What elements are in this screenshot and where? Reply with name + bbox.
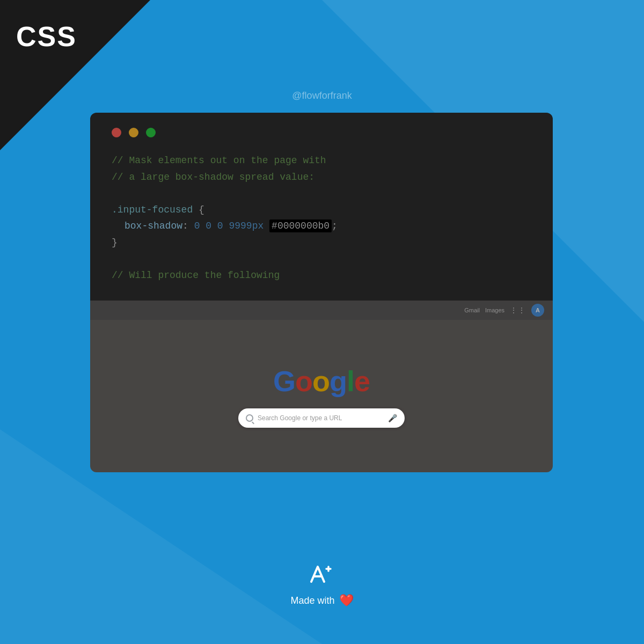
made-with-section: Made with ❤️	[0, 559, 644, 608]
dot-yellow	[129, 128, 138, 137]
code-close-brace: }	[112, 235, 531, 251]
dot-green	[146, 128, 156, 137]
search-icon	[246, 414, 253, 422]
code-comment-line2: // a large box-shadow spread value:	[112, 169, 531, 186]
aplus-logo	[307, 559, 337, 589]
heart-icon: ❤️	[339, 594, 354, 608]
made-with-text: Made with ❤️	[290, 594, 353, 608]
browser-gmail: Gmail	[464, 307, 480, 313]
browser-avatar: A	[531, 304, 544, 317]
browser-images: Images	[485, 307, 504, 313]
code-section: // Mask elements out on the page with //…	[90, 113, 553, 301]
dot-red	[112, 128, 121, 137]
google-logo: Google	[273, 364, 370, 398]
mic-icon: 🎤	[388, 414, 397, 422]
code-comment-line3: // Will produce the following	[112, 267, 531, 284]
traffic-lights	[112, 128, 531, 137]
search-bar[interactable]: Search Google or type a URL 🎤	[238, 408, 405, 428]
code-block: // Mask elements out on the page with //…	[112, 152, 531, 284]
code-property-line: box-shadow: 0 0 0 9999px #0000000b0;	[112, 218, 531, 235]
browser-topbar: Gmail Images ⋮⋮ A	[90, 301, 553, 320]
code-comment-line1: // Mask elements out on the page with	[112, 152, 531, 169]
browser-section: Gmail Images ⋮⋮ A Google Search Google o…	[90, 301, 553, 472]
search-placeholder-text: Search Google or type a URL	[258, 414, 384, 422]
css-label: CSS	[16, 20, 77, 53]
window-card: // Mask elements out on the page with //…	[90, 113, 553, 472]
browser-dots: ⋮⋮	[510, 306, 526, 314]
code-selector-line: .input-focused {	[112, 202, 531, 218]
handle-text: @flowforfrank	[0, 90, 644, 101]
browser-content: Google Search Google or type a URL 🎤	[90, 320, 553, 472]
